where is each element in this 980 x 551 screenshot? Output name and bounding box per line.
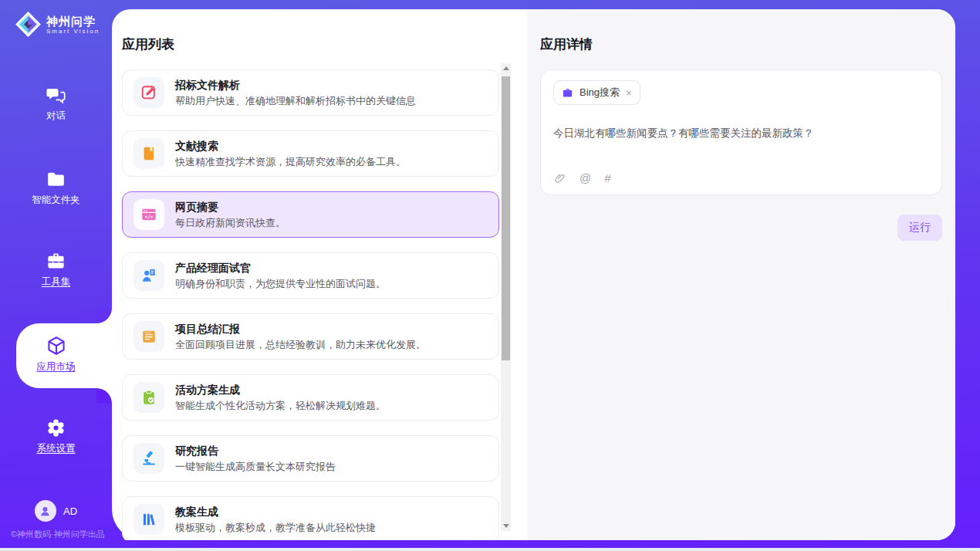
app-name: 研究报告	[175, 444, 336, 458]
app-card-web-summary[interactable]: </> 网页摘要 每日政府新闻资讯快查。	[122, 191, 499, 238]
chat-icon	[46, 85, 66, 106]
app-name: 教案生成	[175, 505, 376, 519]
app-name: 招标文件解析	[175, 78, 416, 92]
svg-text:</>: </>	[145, 214, 154, 219]
cube-icon	[46, 335, 67, 357]
app-card-bid-parsing[interactable]: 招标文件解析 帮助用户快速、准确地理解和解析招标书中的关键信息	[122, 69, 499, 116]
app-name: 网页摘要	[175, 200, 286, 214]
app-list-title: 应用列表	[122, 35, 527, 53]
app-name: 活动方案生成	[175, 383, 386, 397]
app-name: 文献搜索	[175, 139, 406, 153]
app-desc: 明确身份和职责，为您提供专业性的面试问题。	[175, 277, 386, 290]
sidebar-item-app-market[interactable]: 应用市场	[0, 335, 112, 374]
avatar	[35, 500, 56, 522]
scrollbar-up-button[interactable]	[501, 63, 511, 73]
sidebar-item-chat[interactable]: 对话	[0, 85, 112, 123]
copyright-footer: ©神州数码·神州问学出品	[11, 529, 105, 540]
app-icon-tile	[133, 443, 164, 474]
app-icon-tile	[133, 260, 164, 291]
books-icon	[140, 511, 157, 528]
app-icon-tile: </>	[133, 199, 164, 230]
scrollbar-down-button[interactable]	[501, 521, 511, 531]
sidebar-item-label: 工具集	[0, 276, 112, 289]
app-list: 招标文件解析 帮助用户快速、准确地理解和解析招标书中的关键信息 文献搜索 快速精…	[122, 69, 499, 540]
scrollbar[interactable]	[501, 63, 511, 531]
tool-chip-label: Bing搜索	[580, 86, 620, 100]
browser-code-icon: </>	[140, 206, 157, 223]
triangle-up-icon	[503, 66, 509, 70]
sidebar-item-label: 对话	[0, 110, 112, 123]
brand-diamond-icon	[15, 12, 41, 37]
sidebar-item-label: 系统设置	[0, 442, 112, 455]
sidebar-item-settings[interactable]: 系统设置	[0, 417, 112, 455]
edit-square-icon	[140, 84, 157, 101]
app-name: 产品经理面试官	[175, 261, 386, 275]
app-desc: 智能生成个性化活动方案，轻松解决规划难题。	[175, 399, 386, 412]
folder-icon	[46, 169, 66, 190]
user-name: AD	[63, 505, 77, 517]
toolbox-icon	[46, 251, 66, 272]
brand-logo: 神州问学 Smart Vision	[15, 12, 100, 37]
note-icon	[140, 328, 157, 345]
app-detail-panel: 应用详情 Bing搜索 × 今日湖北有哪些新闻要点？有哪些需要关注的最新政策？ …	[527, 9, 955, 540]
app-desc: 每日政府新闻资讯快查。	[175, 216, 286, 229]
app-desc: 一键智能生成高质量长文本研究报告	[175, 460, 336, 473]
app-icon-tile	[133, 382, 164, 413]
bottom-strip	[0, 548, 980, 551]
clipboard-check-icon	[140, 389, 157, 406]
prompt-input[interactable]: 今日湖北有哪些新闻要点？有哪些需要关注的最新政策？	[553, 127, 929, 140]
app-card-project-summary[interactable]: 项目总结汇报 全面回顾项目进展，总结经验教训，助力未来优化发展。	[122, 313, 499, 360]
app-card-lesson-plan[interactable]: 教案生成 模板驱动，教案秒成，教学准备从此轻松快捷	[122, 496, 499, 540]
triangle-down-icon	[503, 524, 509, 528]
brand-name: 神州问学	[46, 15, 100, 28]
user-icon	[39, 505, 52, 518]
app-icon-tile	[133, 138, 164, 169]
app-desc: 快速精准查找学术资源，提高研究效率的必备工具。	[175, 155, 406, 168]
app-detail-title: 应用详情	[540, 35, 942, 53]
app-card-literature-search[interactable]: 文献搜索 快速精准查找学术资源，提高研究效率的必备工具。	[122, 130, 499, 177]
bubble-notch-top	[96, 308, 112, 323]
app-card-pm-interviewer[interactable]: 产品经理面试官 明确身份和职责，为您提供专业性的面试问题。	[122, 252, 499, 299]
app-icon-tile	[133, 77, 164, 108]
person-doc-icon	[140, 267, 157, 284]
app-icon-tile	[133, 321, 164, 352]
run-button[interactable]: 运行	[897, 215, 942, 241]
sidebar-item-smart-folder[interactable]: 智能文件夹	[0, 169, 112, 207]
sidebar-item-label: 应用市场	[0, 360, 112, 374]
app-card-research-report[interactable]: 研究报告 一键智能生成高质量长文本研究报告	[122, 435, 499, 482]
main-container: 应用列表 招标文件解析 帮助用户快速、准确地理解和解析招标书中的关键信息	[112, 9, 955, 540]
mention-icon[interactable]: @	[580, 171, 591, 184]
app-icon-tile	[133, 504, 164, 535]
user-account[interactable]: AD	[0, 500, 112, 522]
sidebar-item-toolset[interactable]: 工具集	[0, 251, 112, 289]
microscope-icon	[140, 450, 157, 467]
app-list-panel: 应用列表 招标文件解析 帮助用户快速、准确地理解和解析招标书中的关键信息	[112, 9, 527, 540]
app-desc: 全面回顾项目进展，总结经验教训，助力未来优化发展。	[175, 338, 426, 351]
app-card-event-plan[interactable]: 活动方案生成 智能生成个性化活动方案，轻松解决规划难题。	[122, 374, 499, 421]
sidebar: 神州问学 Smart Vision 对话 智能文件夹 工具集 应用市场	[0, 0, 112, 548]
briefcase-icon	[562, 87, 573, 99]
app-name: 项目总结汇报	[175, 322, 426, 336]
hash-icon[interactable]: #	[604, 171, 610, 184]
close-icon[interactable]: ×	[626, 88, 632, 98]
sidebar-item-label: 智能文件夹	[0, 194, 112, 207]
paperclip-icon[interactable]	[554, 172, 566, 184]
composer-toolbar: @ #	[554, 171, 611, 184]
prompt-card[interactable]: Bing搜索 × 今日湖北有哪些新闻要点？有哪些需要关注的最新政策？ @ #	[540, 69, 942, 195]
tool-chip-bing-search[interactable]: Bing搜索 ×	[553, 80, 640, 105]
scrollbar-thumb[interactable]	[502, 76, 510, 360]
gear-icon	[46, 417, 66, 438]
brand-subtitle: Smart Vision	[46, 28, 100, 35]
book-icon	[140, 145, 157, 162]
app-desc: 帮助用户快速、准确地理解和解析招标书中的关键信息	[175, 94, 416, 107]
app-desc: 模板驱动，教案秒成，教学准备从此轻松快捷	[175, 521, 376, 534]
bubble-notch-bottom	[96, 388, 112, 404]
